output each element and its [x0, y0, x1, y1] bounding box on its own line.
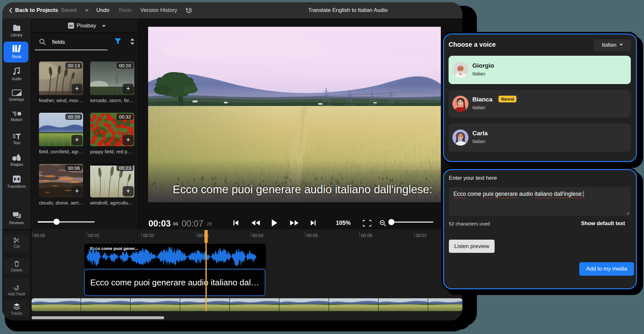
- svg-text:px: px: [69, 24, 73, 27]
